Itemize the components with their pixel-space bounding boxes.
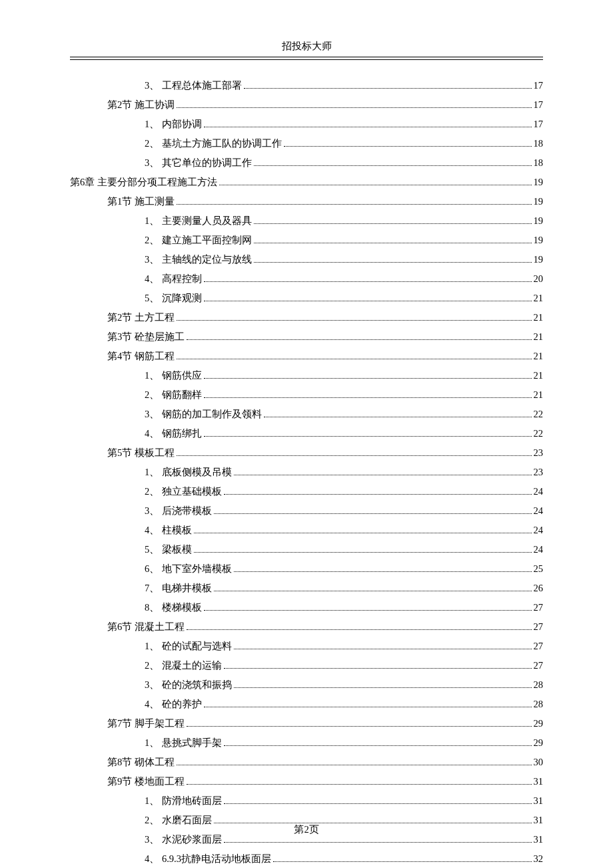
toc-entry[interactable]: 4、 钢筋绑扎22 <box>70 424 543 443</box>
toc-entry[interactable]: 3、 砼的浇筑和振捣28 <box>70 675 543 695</box>
toc-leader-dots <box>214 591 532 591</box>
toc-entry[interactable]: 第4节 钢筋工程21 <box>70 347 543 366</box>
toc-entry[interactable]: 3、 主轴线的定位与放线19 <box>70 250 543 269</box>
toc-entry[interactable]: 1、 内部协调17 <box>70 115 543 134</box>
toc-entry-page: 30 <box>534 753 544 772</box>
toc-entry[interactable]: 4、 柱模板24 <box>70 521 543 540</box>
toc-entry-label: 1、 砼的试配与选料 <box>145 637 232 656</box>
toc-entry[interactable]: 1、 防滑地砖面层31 <box>70 791 543 811</box>
toc-entry-label: 6、 地下室外墙模板 <box>145 559 232 579</box>
toc-entry[interactable]: 第2节 土方工程21 <box>70 308 543 327</box>
toc-entry-page: 28 <box>534 695 544 714</box>
toc-entry[interactable]: 第8节 砌体工程30 <box>70 753 543 772</box>
page-footer: 第2页 <box>0 823 613 836</box>
toc-entry-page: 19 <box>534 231 544 250</box>
toc-entry-page: 24 <box>534 501 544 521</box>
toc-entry-label: 3、 主轴线的定位与放线 <box>145 250 252 269</box>
toc-entry-label: 2、 独立基础模板 <box>145 482 222 501</box>
toc-entry[interactable]: 1、 主要测量人员及器具19 <box>70 211 543 231</box>
toc-entry-page: 31 <box>534 772 544 791</box>
toc-entry[interactable]: 2、 钢筋翻样21 <box>70 385 543 405</box>
toc-entry-label: 3、 钢筋的加工制作及领料 <box>145 405 262 424</box>
toc-entry-page: 24 <box>534 521 544 540</box>
toc-entry[interactable]: 1、 底板侧模及吊模23 <box>70 463 543 482</box>
toc-entry[interactable]: 4、 6.9.3抗静电活动地板面层32 <box>70 849 543 868</box>
toc-leader-dots <box>177 107 532 108</box>
toc-entry-label: 3、 其它单位的协调工作 <box>145 153 252 173</box>
toc-entry-label: 2、 钢筋翻样 <box>145 385 202 405</box>
toc-entry-page: 27 <box>534 617 544 637</box>
toc-leader-dots <box>273 861 532 862</box>
toc-entry[interactable]: 4、 砼的养护28 <box>70 695 543 714</box>
toc-entry[interactable]: 3、 其它单位的协调工作18 <box>70 153 543 173</box>
toc-leader-dots <box>194 533 532 533</box>
toc-entry-label: 1、 主要测量人员及器具 <box>145 211 252 231</box>
toc-entry[interactable]: 第6章 主要分部分项工程施工方法19 <box>70 173 543 192</box>
toc-entry-label: 4、 6.9.3抗静电活动地板面层 <box>145 849 271 868</box>
toc-entry-page: 31 <box>534 791 544 811</box>
toc-entry[interactable]: 第5节 模板工程23 <box>70 443 543 463</box>
toc-entry-label: 第6节 混凝土工程 <box>107 617 185 637</box>
toc-entry-page: 22 <box>534 424 544 443</box>
toc-leader-dots <box>204 378 532 379</box>
toc-entry-label: 第7节 脚手架工程 <box>107 714 185 733</box>
toc-entry[interactable]: 6、 地下室外墙模板25 <box>70 559 543 579</box>
toc-entry[interactable]: 8、 楼梯模板27 <box>70 598 543 617</box>
toc-entry[interactable]: 2、 基坑土方施工队的协调工作18 <box>70 134 543 153</box>
toc-entry-label: 4、 高程控制 <box>145 269 202 289</box>
toc-entry-label: 1、 钢筋供应 <box>145 366 202 385</box>
toc-entry[interactable]: 第3节 砼垫层施工21 <box>70 327 543 347</box>
toc-entry[interactable]: 2、 建立施工平面控制网19 <box>70 231 543 250</box>
toc-entry[interactable]: 1、 钢筋供应21 <box>70 366 543 385</box>
toc-entry-page: 23 <box>534 463 544 482</box>
toc-leader-dots <box>187 784 532 785</box>
toc-leader-dots <box>254 243 532 243</box>
toc-entry-label: 1、 底板侧模及吊模 <box>145 463 232 482</box>
toc-entry[interactable]: 第6节 混凝土工程27 <box>70 617 543 637</box>
toc-entry-page: 20 <box>534 269 544 289</box>
toc-entry[interactable]: 5、 梁板模24 <box>70 540 543 559</box>
toc-leader-dots <box>234 649 532 649</box>
toc-entry-label: 第8节 砌体工程 <box>107 753 175 772</box>
toc-leader-dots <box>187 339 532 340</box>
toc-entry[interactable]: 第2节 施工协调17 <box>70 95 543 115</box>
toc-entry[interactable]: 第7节 脚手架工程29 <box>70 714 543 733</box>
toc-entry[interactable]: 2、 独立基础模板24 <box>70 482 543 501</box>
toc-entry[interactable]: 7、 电梯井模板26 <box>70 579 543 598</box>
page-number: 第2页 <box>294 824 318 835</box>
toc-entry-page: 29 <box>534 714 544 733</box>
header-title: 招投标大师 <box>282 41 332 51</box>
toc-entry-label: 4、 砼的养护 <box>145 695 202 714</box>
toc-entry-page: 17 <box>534 95 544 115</box>
toc-entry-page: 21 <box>534 347 544 366</box>
toc-entry[interactable]: 5、 沉降观测21 <box>70 289 543 308</box>
toc-entry[interactable]: 第1节 施工测量19 <box>70 192 543 211</box>
toc-entry-page: 24 <box>534 540 544 559</box>
toc-leader-dots <box>204 707 532 707</box>
document-page: 招投标大师 3、 工程总体施工部署17第2节 施工协调171、 内部协调172、… <box>0 0 613 868</box>
toc-entry-label: 第2节 土方工程 <box>107 308 175 327</box>
toc-entry-label: 4、 钢筋绑扎 <box>145 424 202 443</box>
toc-entry[interactable]: 3、 钢筋的加工制作及领料22 <box>70 405 543 424</box>
toc-entry-page: 21 <box>534 308 544 327</box>
toc-entry-page: 17 <box>534 115 544 134</box>
toc-entry-label: 5、 沉降观测 <box>145 289 202 308</box>
toc-entry-page: 21 <box>534 385 544 405</box>
toc-entry[interactable]: 3、 工程总体施工部署17 <box>70 76 543 95</box>
toc-entry-label: 1、 悬挑式脚手架 <box>145 733 222 753</box>
toc-leader-dots <box>234 475 532 475</box>
toc-entry[interactable]: 1、 悬挑式脚手架29 <box>70 733 543 753</box>
toc-entry[interactable]: 2、 混凝土的运输27 <box>70 656 543 675</box>
toc-entry[interactable]: 4、 高程控制20 <box>70 269 543 289</box>
toc-entry-page: 19 <box>534 173 544 192</box>
toc-entry[interactable]: 3、 后浇带模板24 <box>70 501 543 521</box>
toc-entry-label: 2、 基坑土方施工队的协调工作 <box>145 134 282 153</box>
toc-leader-dots <box>254 223 532 224</box>
toc-entry[interactable]: 1、 砼的试配与选料27 <box>70 637 543 656</box>
toc-entry[interactable]: 第9节 楼地面工程31 <box>70 772 543 791</box>
toc-leader-dots <box>177 320 532 321</box>
toc-entry-page: 22 <box>534 405 544 424</box>
toc-entry-label: 5、 梁板模 <box>145 540 192 559</box>
toc-entry-page: 18 <box>534 153 544 173</box>
toc-entry-label: 第9节 楼地面工程 <box>107 772 185 791</box>
